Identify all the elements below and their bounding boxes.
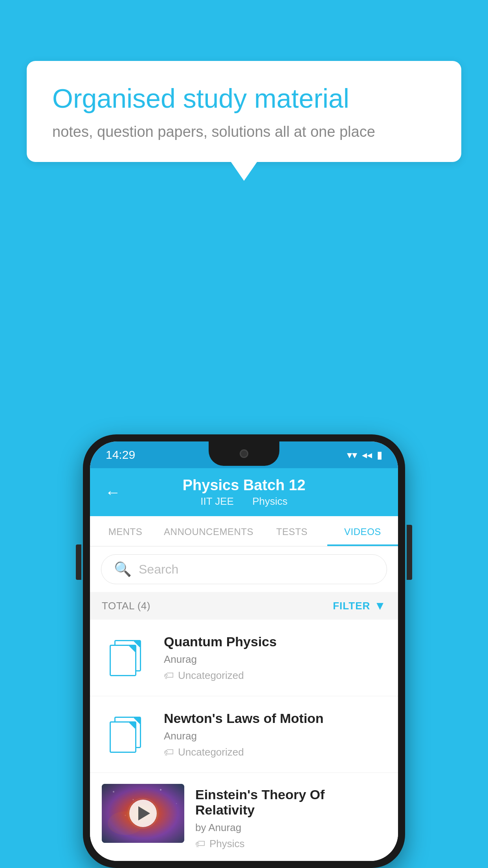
svg-point-3 <box>176 803 177 804</box>
tab-announcements[interactable]: ANNOUNCEMENTS <box>161 516 257 546</box>
video-author: Anurag <box>164 653 386 666</box>
file-icon-wrapper <box>102 632 153 683</box>
dual-file-icon <box>110 717 145 752</box>
camera-dot <box>240 449 248 458</box>
file-icon-wrapper <box>102 709 153 760</box>
header-title: Physics Batch 12 <box>183 477 306 494</box>
notch <box>209 441 279 466</box>
header-subtitle-iitjee: IIT JEE <box>200 495 234 507</box>
phone-screen: 14:29 ▾▾ ◂◂ ▮ ← Physics Batch 12 IIT JEE… <box>90 441 398 861</box>
speech-bubble-title: Organised study material <box>52 83 436 115</box>
dual-file-icon <box>110 640 145 675</box>
header-subtitle: IIT JEE Physics <box>183 495 306 508</box>
video-tag: 🏷 Physics <box>195 838 386 850</box>
video-tag: 🏷 Uncategorized <box>164 669 386 682</box>
file-front <box>110 721 136 753</box>
list-item[interactable]: Newton's Laws of Motion Anurag 🏷 Uncateg… <box>90 696 398 773</box>
filter-icon: ▼ <box>374 599 386 612</box>
status-bar: 14:29 ▾▾ ◂◂ ▮ <box>90 441 398 468</box>
search-icon: 🔍 <box>114 561 132 577</box>
filter-bar: TOTAL (4) FILTER ▼ <box>90 592 398 620</box>
filter-label: FILTER <box>333 600 370 612</box>
back-button[interactable]: ← <box>105 484 121 501</box>
speech-bubble: Organised study material notes, question… <box>27 61 461 162</box>
video-author: by Anurag <box>195 822 386 834</box>
video-item-info: Einstein's Theory Of Relativity by Anura… <box>195 784 386 850</box>
tag-label: Physics <box>209 838 245 850</box>
search-box[interactable]: 🔍 Search <box>101 554 387 584</box>
list-item[interactable]: Quantum Physics Anurag 🏷 Uncategorized <box>90 620 398 696</box>
video-thumbnail <box>102 784 184 843</box>
play-button[interactable] <box>129 800 157 827</box>
video-title: Einstein's Theory Of Relativity <box>195 787 386 818</box>
tag-label: Uncategorized <box>178 669 244 682</box>
battery-icon: ▮ <box>377 449 382 461</box>
status-icons: ▾▾ ◂◂ ▮ <box>347 449 382 461</box>
tab-ments[interactable]: MENTS <box>90 516 161 546</box>
tag-icon: 🏷 <box>164 669 174 682</box>
speech-bubble-wrapper: Organised study material notes, question… <box>27 61 461 162</box>
video-item-info: Newton's Laws of Motion Anurag 🏷 Uncateg… <box>164 711 386 758</box>
tag-icon: 🏷 <box>164 746 174 758</box>
video-author: Anurag <box>164 730 386 742</box>
tag-icon: 🏷 <box>195 838 205 850</box>
total-count: TOTAL (4) <box>102 600 150 612</box>
video-item-info: Quantum Physics Anurag 🏷 Uncategorized <box>164 634 386 682</box>
speech-bubble-subtitle: notes, question papers, solutions all at… <box>52 123 436 140</box>
video-tag: 🏷 Uncategorized <box>164 746 386 758</box>
video-title: Newton's Laws of Motion <box>164 711 386 726</box>
header-subtitle-physics: Physics <box>252 495 288 507</box>
video-list: Quantum Physics Anurag 🏷 Uncategorized <box>90 620 398 861</box>
play-triangle-icon <box>138 806 150 820</box>
phone-wrapper: 14:29 ▾▾ ◂◂ ▮ ← Physics Batch 12 IIT JEE… <box>83 434 405 868</box>
filter-button[interactable]: FILTER ▼ <box>333 599 386 612</box>
app-header: ← Physics Batch 12 IIT JEE Physics <box>90 468 398 516</box>
search-placeholder: Search <box>139 562 178 577</box>
phone-frame: 14:29 ▾▾ ◂◂ ▮ ← Physics Batch 12 IIT JEE… <box>83 434 405 868</box>
svg-point-1 <box>133 799 134 800</box>
search-container: 🔍 Search <box>90 546 398 592</box>
svg-point-2 <box>160 789 161 791</box>
wifi-icon: ▾▾ <box>347 449 357 461</box>
tab-videos[interactable]: VIDEOS <box>327 516 398 546</box>
svg-point-0 <box>113 791 114 793</box>
signal-icon: ◂◂ <box>362 449 372 461</box>
tab-bar: MENTS ANNOUNCEMENTS TESTS VIDEOS <box>90 516 398 546</box>
tab-tests[interactable]: TESTS <box>257 516 327 546</box>
video-title: Quantum Physics <box>164 634 386 649</box>
status-time: 14:29 <box>106 448 135 462</box>
header-title-block: Physics Batch 12 IIT JEE Physics <box>183 477 306 508</box>
file-front <box>110 645 136 676</box>
list-item[interactable]: Einstein's Theory Of Relativity by Anura… <box>90 773 398 861</box>
tag-label: Uncategorized <box>178 746 244 758</box>
